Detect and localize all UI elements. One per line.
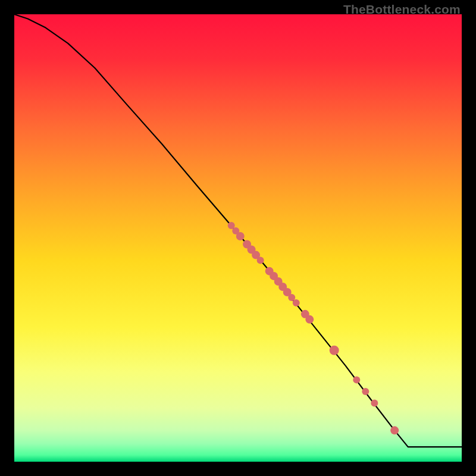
data-marker <box>353 376 360 383</box>
data-marker <box>371 399 378 406</box>
chart-plot-area <box>14 14 462 462</box>
data-marker <box>362 388 369 395</box>
chart-svg <box>14 14 462 462</box>
data-marker <box>390 426 399 434</box>
data-marker <box>257 257 264 264</box>
data-marker <box>330 346 339 355</box>
data-marker <box>236 232 245 240</box>
chart-frame: TheBottleneck.com <box>0 0 476 476</box>
data-marker <box>305 315 314 324</box>
data-marker <box>293 299 300 306</box>
